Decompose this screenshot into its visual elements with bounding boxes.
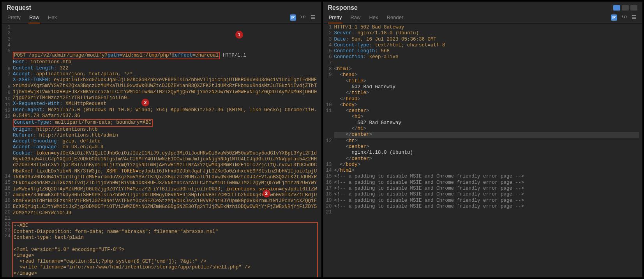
menu-icon[interactable] bbox=[631, 14, 637, 21]
request-tools: \n bbox=[290, 14, 316, 22]
tab-hex[interactable]: Hex bbox=[368, 13, 379, 23]
wrap-icon[interactable] bbox=[611, 14, 617, 21]
request-header: Request bbox=[2, 2, 321, 11]
request-gutter: 123456789101112131415161718192021222324 bbox=[2, 24, 13, 277]
tab-pretty[interactable]: Pretty bbox=[7, 13, 21, 23]
response-header: Response bbox=[323, 2, 642, 11]
annotation-badge-2: 2 bbox=[141, 99, 149, 107]
request-panel: Request PrettyRawHex \n 1234567891011121… bbox=[2, 2, 321, 277]
newline-icon[interactable]: \n bbox=[621, 14, 627, 21]
layout-columns-icon[interactable] bbox=[613, 5, 620, 11]
layout-rows-icon[interactable] bbox=[622, 5, 629, 11]
annotation-badge-1: 1 bbox=[235, 31, 243, 39]
tab-raw[interactable]: Raw bbox=[349, 13, 361, 23]
response-tab-list: PrettyRawHexRender bbox=[328, 13, 404, 23]
newline-icon[interactable]: \n bbox=[300, 14, 306, 21]
menu-icon[interactable] bbox=[310, 14, 316, 21]
app-root: Request PrettyRawHex \n 1234567891011121… bbox=[0, 0, 644, 279]
tab-pretty[interactable]: Pretty bbox=[328, 13, 343, 23]
layout-combined-icon[interactable] bbox=[630, 5, 637, 11]
response-gutter: 123456789101112131415161718192021 bbox=[323, 24, 334, 277]
response-editor[interactable]: 123456789101112131415161718192021 HTTP/1… bbox=[323, 24, 642, 277]
tab-raw[interactable]: Raw bbox=[28, 13, 40, 23]
tab-render[interactable]: Render bbox=[386, 13, 404, 23]
response-tools: \n bbox=[611, 14, 637, 22]
layout-switcher bbox=[613, 5, 637, 11]
request-tabs: PrettyRawHex \n bbox=[2, 11, 321, 24]
response-title: Response bbox=[328, 4, 358, 11]
response-panel: Response PrettyRawHexRender \n 123456789… bbox=[323, 2, 643, 277]
response-tabs: PrettyRawHexRender \n bbox=[323, 11, 642, 24]
request-editor[interactable]: 123456789101112131415161718192021222324 … bbox=[2, 24, 321, 277]
wrap-icon[interactable] bbox=[290, 14, 296, 21]
request-tab-list: PrettyRawHex bbox=[7, 13, 58, 23]
request-title: Request bbox=[7, 4, 31, 11]
response-code[interactable]: HTTP/1.1 502 Bad GatewayServer: nginx/1.… bbox=[334, 24, 642, 277]
request-code[interactable]: 1 2 3 POST /api/v2/admin/image/modify?pa… bbox=[13, 24, 321, 277]
tab-hex[interactable]: Hex bbox=[47, 13, 58, 23]
annotation-badge-3: 3 bbox=[263, 190, 270, 197]
